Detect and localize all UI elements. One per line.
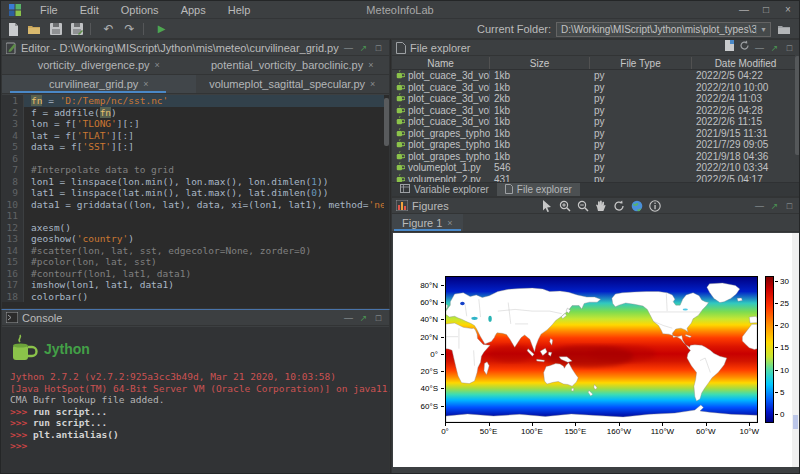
select-cursor-icon[interactable] [539, 199, 554, 213]
table-row[interactable]: plot_grapes_typhoon_v...1kbpy2021/9/18 0… [392, 151, 800, 163]
editor-scrollbar[interactable] [384, 95, 389, 308]
editor-tab[interactable]: vorticity_divergence.py× [2, 56, 196, 74]
file-modified-cell: 2022/2/5 04:17 [692, 174, 800, 183]
file-explorer-controls: — ↗ □ [723, 40, 796, 55]
panel-minimize-icon[interactable]: — [342, 311, 355, 325]
table-row[interactable]: plot_cuace_3d_volume_...2kbpy2022/2/4 11… [392, 93, 800, 105]
editor-tab[interactable]: potential_vorticity_baroclinic.py× [196, 56, 390, 74]
rotate-icon[interactable] [611, 199, 626, 213]
column-header[interactable]: Date Modified [692, 57, 800, 69]
figure-scrollbar[interactable] [792, 233, 799, 467]
code-line[interactable]: 17imshow(lon1, lat1, data1) [2, 279, 389, 291]
table-row[interactable]: plot_cuace_3d_volume.py1kbpy2022/2/10 10… [392, 82, 800, 94]
menu-edit[interactable]: Edit [71, 3, 108, 17]
line-number: 11 [2, 210, 24, 222]
code-line[interactable]: 8lon1 = linspace(lon.min(), lon.max(), l… [2, 176, 389, 188]
table-row[interactable]: plot_cuace_3d_volume-...1kbpy2022/2/5 04… [392, 70, 800, 82]
new-file-icon[interactable] [5, 22, 22, 37]
editor-tab[interactable]: curvilinear_grid.py× [2, 75, 196, 93]
file-explorer-icon [505, 184, 513, 196]
panel-float-icon[interactable]: ↗ [357, 41, 370, 55]
table-row[interactable]: plot_grapes_typhoon_v...1kbpy2021/9/15 1… [392, 128, 800, 140]
table-row[interactable]: volumeplot_1.py546py2022/2/10 03:34 [392, 162, 800, 174]
identify-info-icon[interactable] [647, 199, 662, 213]
panel-maximize-icon[interactable]: □ [372, 41, 385, 55]
close-icon[interactable]: × [368, 60, 373, 70]
tab-file-explorer[interactable]: File explorer [497, 183, 580, 196]
code-line[interactable]: 11 [2, 210, 389, 222]
chevron-down-icon[interactable]: ▾ [756, 25, 770, 34]
table-row[interactable]: volumeplot_2.py431py2022/2/5 04:17 [392, 174, 800, 183]
tab-variable-explorer[interactable]: Variable explorer [392, 183, 497, 196]
run-script-icon[interactable]: ▶ [153, 22, 170, 37]
menu-help[interactable]: Help [219, 3, 260, 17]
panel-minimize-icon[interactable]: — [753, 199, 766, 213]
code-line[interactable]: 3lon = f['TLONG'][:] [2, 118, 389, 130]
open-file-icon[interactable] [26, 22, 43, 37]
file-type-cell: py [590, 93, 692, 105]
code-line[interactable]: 1fn = 'D:/Temp/nc/sst.nc' [2, 95, 389, 107]
close-icon[interactable]: × [143, 79, 148, 89]
file-name-cell: plot_grapes_typhoon_v... [392, 151, 490, 163]
close-icon[interactable]: × [370, 79, 375, 89]
menu-file[interactable]: File [31, 3, 67, 17]
code-line[interactable]: 10data1 = griddata((lon, lat), data, xi=… [2, 199, 389, 211]
close-icon[interactable]: × [447, 218, 452, 228]
save-icon[interactable] [47, 22, 64, 37]
panel-maximize-icon[interactable]: □ [372, 311, 385, 325]
code-line[interactable]: 14#scatter(lon, lat, sst, edgecolor=None… [2, 245, 389, 257]
close-icon[interactable]: × [155, 60, 160, 70]
code-line[interactable]: 16#contourf(lon1, lat1, data1) [2, 268, 389, 280]
tab-figure-1[interactable]: Figure 1 × [392, 214, 463, 231]
globe-extent-icon[interactable] [629, 199, 644, 213]
window-minimize-icon[interactable]: — [733, 1, 755, 18]
code-editor[interactable]: 1fn = 'D:/Temp/nc/sst.nc'2f = addfile(fn… [2, 95, 389, 308]
code-line[interactable]: 15#pcolor(lon, lat, sst) [2, 256, 389, 268]
column-header[interactable]: Size [490, 57, 590, 69]
panel-float-icon[interactable]: ↗ [768, 199, 781, 213]
y-tick-label: 40°N [413, 315, 438, 324]
table-row[interactable]: plot_cuace_3d_volume_...1kbpy2022/2/5 04… [392, 105, 800, 117]
column-header[interactable]: File Type [590, 57, 692, 69]
window-maximize-icon[interactable]: □ [755, 1, 777, 18]
console-output[interactable]: Jython Jython 2.7.2 (v2.7.2:925a3cc3b49d… [2, 327, 389, 474]
vertical-splitter[interactable] [390, 39, 391, 473]
current-folder-combobox[interactable]: D:\Working\MIScript\Jython\mis\plot_type… [556, 22, 771, 37]
x-tick-label: 100°E [518, 427, 546, 436]
redo-icon[interactable]: ↷ [121, 22, 138, 37]
undo-icon[interactable]: ↶ [100, 22, 117, 37]
table-row[interactable]: plot_cuace_3d_volume_s...1kbpy2022/2/6 1… [392, 116, 800, 128]
menu-options[interactable]: Options [112, 3, 168, 17]
code-line[interactable]: 12axesm() [2, 222, 389, 234]
refresh-icon[interactable] [738, 40, 751, 55]
browse-folder-icon[interactable] [775, 22, 793, 37]
zoom-out-icon[interactable] [575, 199, 590, 213]
editor-tab[interactable]: volumeplot_sagittal_specular.py× [196, 75, 390, 93]
code-line[interactable]: 5data = f['SST'][:] [2, 141, 389, 153]
save-as-icon[interactable] [68, 22, 85, 37]
code-line[interactable]: 9lat1 = linspace(lat.min(), lat.max(), l… [2, 187, 389, 199]
panel-maximize-icon[interactable]: □ [783, 41, 796, 55]
code-line[interactable]: 6 [2, 153, 389, 165]
panel-minimize-icon[interactable]: — [342, 41, 355, 55]
code-line[interactable]: 18colorbar() [2, 291, 389, 303]
panel-float-icon[interactable]: ↗ [768, 41, 781, 55]
menu-apps[interactable]: Apps [172, 3, 215, 17]
code-line[interactable]: 7#Interpolate data to grid [2, 164, 389, 176]
file-table-scrollbar[interactable] [795, 54, 800, 196]
window-controls: — □ × [733, 1, 799, 18]
figure-canvas[interactable]: 0°50°E100°E150°E160°W110°W60°W10°W80°N60… [393, 233, 792, 467]
column-header[interactable]: Name [392, 57, 490, 69]
zoom-in-icon[interactable] [557, 199, 572, 213]
file-size-cell: 2kb [490, 93, 590, 105]
code-line[interactable]: 13geoshow('country') [2, 233, 389, 245]
code-line[interactable]: 4lat = f['TLAT'][:] [2, 130, 389, 142]
panel-maximize-icon[interactable]: □ [783, 199, 796, 213]
new-document-icon[interactable] [723, 40, 736, 55]
table-row[interactable]: plot_grapes_typhoon_v...1kbpy2021/7/29 0… [392, 139, 800, 151]
panel-minimize-icon[interactable]: — [753, 41, 766, 55]
window-close-icon[interactable]: × [777, 1, 799, 18]
panel-float-icon[interactable]: ↗ [357, 311, 370, 325]
code-line[interactable]: 2f = addfile(fn) [2, 107, 389, 119]
pan-hand-icon[interactable] [593, 199, 608, 213]
